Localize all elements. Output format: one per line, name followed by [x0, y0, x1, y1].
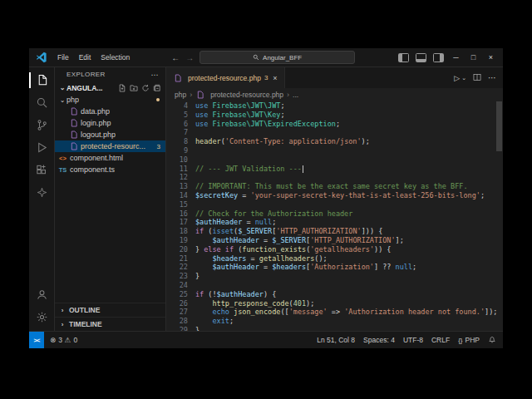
more-actions-icon[interactable]: ⋯	[488, 73, 496, 82]
editor-scrollbar[interactable]	[496, 101, 502, 151]
error-count: 3	[58, 336, 62, 344]
code-line: 28 exit;	[166, 317, 503, 326]
code-text: $authHeader = $_SERVER['HTTP_AUTHORIZATI…	[195, 236, 404, 245]
ts-file-icon: TS	[58, 166, 67, 174]
command-center-search[interactable]: Angular_BFF	[200, 51, 355, 64]
line-number: 15	[166, 200, 195, 209]
remote-indicator[interactable]: ><	[29, 332, 44, 348]
maximize-button[interactable]: □	[468, 53, 479, 62]
source-control-icon[interactable]	[29, 114, 54, 136]
code-text: $authHeader = $headers['Authorization'] …	[195, 263, 416, 272]
copilot-icon[interactable]	[29, 181, 54, 204]
explorer-title: EXPLORER	[66, 71, 106, 78]
code-line: 7	[166, 128, 503, 137]
explorer-icon[interactable]	[29, 69, 54, 91]
new-file-icon[interactable]	[118, 84, 126, 92]
breadcrumb-item[interactable]: protected-resource.php	[210, 91, 283, 99]
code-text: if (isset($_SERVER['HTTP_AUTHORIZATION']…	[195, 227, 382, 236]
run-button[interactable]: ▷	[454, 74, 460, 82]
new-folder-icon[interactable]	[130, 84, 138, 92]
run-debug-icon[interactable]	[29, 136, 54, 159]
explorer-tree: ⌄phpdata.phplogin.phplogout.phpprotected…	[55, 94, 165, 175]
menu-file[interactable]: File	[52, 53, 74, 62]
refresh-icon[interactable]	[141, 84, 150, 92]
status-crlf[interactable]: CRLF	[431, 336, 450, 344]
breadcrumb-item[interactable]: php	[175, 91, 186, 99]
code-text: header('Content-Type: application/json')…	[195, 137, 370, 146]
chevron-right-icon: ›	[58, 307, 66, 314]
workbench: EXPLORER ⋯ ⌄ ANGULA... ⌄phpdata.phplogin…	[29, 67, 503, 331]
account-icon[interactable]	[29, 283, 54, 306]
extensions-icon[interactable]	[29, 159, 54, 181]
section-timeline[interactable]: ›TIMELINE	[55, 317, 165, 331]
navigate-forward-icon[interactable]: →	[185, 53, 194, 62]
tree-item-logout-php[interactable]: logout.php	[55, 129, 165, 140]
menu-edit[interactable]: Edit	[74, 53, 96, 62]
screen-background: FileEditSelection ← → Angular_BFF ─ □	[0, 0, 532, 399]
status-bar: >< ⊗ 3 ⚠ 0 Ln 51, Col 8Spaces: 4UTF-8CRL…	[29, 331, 503, 348]
tab-protected-resource[interactable]: protected-resource.php 3 ×	[166, 67, 285, 88]
code-text: http_response_code(401);	[195, 299, 314, 308]
explorer-actions	[118, 84, 165, 92]
line-number: 8	[166, 137, 195, 146]
problems-status[interactable]: ⊗ 3 ⚠ 0	[44, 336, 83, 344]
run-dropdown-icon[interactable]: ⌄	[461, 75, 466, 81]
editor-group: protected-resource.php 3 × ▷ ⌄ ⋯ php›pro…	[166, 67, 503, 331]
tree-item-php[interactable]: ⌄php	[55, 94, 165, 106]
code-line: 10	[166, 155, 503, 165]
notifications-bell-icon[interactable]	[488, 335, 496, 345]
tree-item-login-php[interactable]: login.php	[55, 117, 165, 129]
code-line: 23}	[166, 272, 503, 281]
line-number: 10	[166, 155, 195, 165]
tab-close-icon[interactable]: ×	[273, 74, 277, 82]
navigate-back-icon[interactable]: ←	[171, 53, 180, 62]
workspace-root[interactable]: ⌄ ANGULA...	[55, 81, 165, 94]
search-view-icon[interactable]	[29, 91, 54, 114]
breadcrumb-item[interactable]: ...	[293, 91, 298, 99]
line-number: 13	[166, 182, 195, 191]
minimize-button[interactable]: ─	[451, 53, 461, 62]
toggle-sidebar-icon[interactable]	[398, 53, 409, 62]
tree-item-protected-resourc[interactable]: protected-resourc...3	[55, 140, 165, 152]
file-label: component.html	[70, 154, 123, 162]
sidebar-explorer: EXPLORER ⋯ ⌄ ANGULA... ⌄phpdata.phplogin…	[55, 67, 166, 331]
code-text: } else if (function_exists('getallheader…	[195, 245, 392, 254]
tree-item-data-php[interactable]: data.php	[55, 106, 165, 117]
tree-item-component-ts[interactable]: TScomponent.ts	[55, 164, 165, 175]
activity-bar	[29, 67, 55, 331]
toggle-panel-icon[interactable]	[416, 53, 426, 62]
section-outline[interactable]: ›OUTLINE	[55, 303, 165, 317]
tree-item-component-html[interactable]: <>component.html	[55, 152, 165, 164]
close-button[interactable]: ×	[485, 53, 496, 62]
code-lines: 4use Firebase\JWT\JWT;5use Firebase\JWT\…	[166, 101, 503, 331]
vscode-window: FileEditSelection ← → Angular_BFF ─ □	[29, 48, 503, 348]
text-cursor	[303, 165, 303, 173]
line-number: 16	[166, 209, 195, 219]
collapse-all-icon[interactable]	[153, 84, 161, 92]
chevron-right-icon: ›	[190, 91, 192, 99]
status-spaces-4[interactable]: Spaces: 4	[363, 336, 395, 344]
chevron-right-icon: ›	[287, 91, 289, 99]
status-php[interactable]: {}PHP	[458, 336, 480, 344]
code-editor[interactable]: 4use Firebase\JWT\JWT;5use Firebase\JWT\…	[166, 101, 503, 331]
line-number: 20	[166, 245, 195, 254]
code-text: use Firebase\JWT\JWT;	[195, 101, 285, 111]
warning-icon: ⚠	[65, 336, 71, 344]
menu-selection[interactable]: Selection	[96, 53, 135, 62]
line-number: 28	[166, 317, 195, 326]
line-number: 18	[166, 227, 195, 236]
line-number: 29	[166, 326, 195, 331]
status-ln-51-col-8[interactable]: Ln 51, Col 8	[317, 336, 355, 344]
code-line: 4use Firebase\JWT\JWT;	[166, 101, 503, 111]
status-utf-8[interactable]: UTF-8	[403, 336, 423, 344]
split-editor-icon[interactable]	[473, 73, 481, 83]
modified-dot	[156, 98, 160, 101]
explorer-more-actions-icon[interactable]: ⋯	[151, 71, 159, 79]
section-label: TIMELINE	[69, 320, 102, 328]
file-label: logout.php	[81, 131, 116, 139]
customize-layout-icon[interactable]	[433, 53, 444, 62]
search-icon	[253, 54, 259, 61]
code-text: }	[195, 326, 200, 331]
code-text: use Firebase\JWT\ExpiredException;	[195, 120, 340, 129]
settings-gear-icon[interactable]	[29, 306, 54, 328]
